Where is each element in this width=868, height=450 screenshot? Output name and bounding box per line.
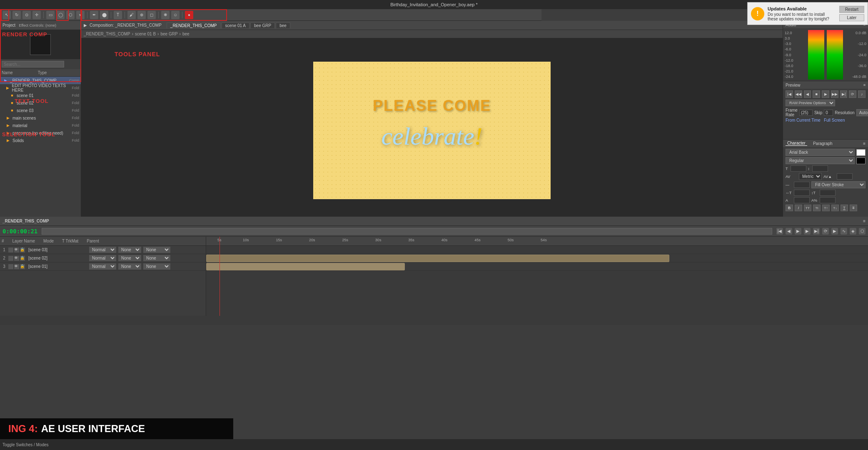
stop-btn[interactable]: ■	[813, 90, 820, 98]
resolution-dropdown[interactable]: Auto	[856, 109, 868, 116]
full-screen-link[interactable]: Full Screen	[824, 118, 845, 122]
char-menu-icon[interactable]: ≡	[863, 141, 866, 146]
playhead[interactable]	[219, 237, 220, 316]
clip-scene02[interactable]	[206, 255, 669, 262]
project-item-edit[interactable]: ▶ EDIT PHOTO VIDEO TEXTS HERE Fold	[0, 84, 81, 92]
layer-lock-3[interactable]: 🔒	[20, 264, 25, 269]
star-tool-btn[interactable]: ★	[76, 11, 85, 19]
trkmat-select-1[interactable]: None	[118, 247, 141, 253]
leading-input[interactable]: 70 px	[812, 165, 828, 172]
play-back-btn[interactable]: ◀	[804, 90, 811, 98]
tl-fwd-btn[interactable]: ▶	[804, 228, 811, 235]
layer-vis-3[interactable]: 👁	[14, 264, 19, 269]
comp-tab-1[interactable]: scene 01 A	[222, 22, 249, 28]
layer-solo-1[interactable]	[8, 248, 13, 252]
puppet-tool-btn[interactable]: ☺	[171, 11, 180, 19]
tl-play-btn[interactable]: ▶	[795, 228, 801, 235]
trkmat-select-3[interactable]: None	[118, 263, 141, 270]
super-btn[interactable]: T↑	[822, 205, 830, 211]
project-search-input[interactable]	[2, 61, 64, 68]
audio-btn[interactable]: ♪	[858, 90, 866, 98]
layer-solo-3[interactable]	[8, 264, 13, 269]
italic-btn[interactable]: I	[795, 205, 802, 211]
project-item-scene03[interactable]: ■ scene 03 Fold	[0, 107, 81, 114]
font-name-select[interactable]: Arial Back	[786, 149, 855, 156]
font-size-input[interactable]: 62 px	[791, 165, 806, 172]
selection-tool-btn[interactable]: ↖	[2, 11, 11, 19]
bold-btn[interactable]: B	[786, 205, 793, 211]
rotation-tool-btn[interactable]: ↻	[12, 11, 21, 19]
anchor-tool-btn[interactable]: ✛	[32, 11, 41, 19]
comp-tab-0[interactable]: _RENDER_THIS_COMP	[167, 22, 221, 28]
horiz-scale-input[interactable]: 100 %	[794, 190, 810, 196]
project-item-solids[interactable]: ▶ Solids Fold	[0, 137, 81, 144]
step-fwd-btn[interactable]: ▶▶	[831, 90, 838, 98]
tl-mask-btn[interactable]: ◈	[850, 228, 856, 235]
layer-vis-2[interactable]: 👁	[14, 256, 19, 261]
tl-ram-btn[interactable]: ▶	[831, 228, 838, 235]
from-current-link[interactable]: From Current Time	[786, 118, 821, 122]
frame-rate-input[interactable]	[799, 110, 813, 116]
tl-last-btn[interactable]: ▶|	[813, 228, 820, 235]
vert-scale-input[interactable]: 100 %	[820, 190, 836, 196]
tracking-input[interactable]: -22	[837, 173, 853, 180]
comp-tab-2[interactable]: bee GRP	[250, 22, 275, 28]
ram-preview-dropdown[interactable]: RAM Preview Options	[786, 100, 835, 106]
small-caps-btn[interactable]: Tt	[813, 205, 821, 211]
mask-feather-btn[interactable]: ⬤	[100, 11, 108, 19]
to-end-btn[interactable]: ▶|	[840, 90, 848, 98]
baseline-input[interactable]: 0 px	[794, 197, 810, 203]
effect-controls-label[interactable]: Effect Controls: (none)	[19, 23, 56, 28]
project-item-material[interactable]: ▶ material Fold	[0, 122, 81, 129]
poly-tool-btn[interactable]: ⬡	[66, 11, 75, 19]
mode-select-2[interactable]: Normal	[89, 255, 116, 261]
paragraph-tab[interactable]: Paragraph	[811, 141, 834, 146]
project-item-scene02[interactable]: ■ scene 02 Fold	[0, 99, 81, 107]
fill-color-box[interactable]	[856, 149, 866, 156]
all-caps-btn[interactable]: TT	[804, 205, 811, 211]
tl-back-btn[interactable]: ◀	[786, 228, 792, 235]
strikethrough-btn[interactable]: T	[850, 205, 857, 211]
timeline-menu-icon[interactable]: ≡	[863, 219, 866, 223]
parent-select-1[interactable]: None	[143, 247, 170, 253]
later-button[interactable]: Later	[839, 14, 864, 21]
clone-tool-btn[interactable]: ⊕	[137, 11, 146, 19]
font-style-select[interactable]: Regular	[786, 157, 855, 164]
roto-tool-btn[interactable]: ❋	[161, 11, 170, 19]
project-tab-label[interactable]: Project	[2, 23, 15, 28]
project-item-scene01[interactable]: ■ scene 01 Fold	[0, 92, 81, 99]
current-time-display[interactable]: 0:00:00:21	[2, 228, 37, 235]
layer-vis-1[interactable]: 👁	[14, 248, 19, 252]
stroke-type-select[interactable]: Fill Over Stroke	[811, 181, 866, 188]
tl-graph-btn[interactable]: ∿	[841, 228, 847, 235]
clip-scene01[interactable]	[206, 263, 405, 270]
layer-solo-2[interactable]	[8, 256, 13, 261]
pen-tool-btn[interactable]: ✒	[90, 11, 98, 19]
parent-select-3[interactable]: None	[143, 263, 170, 270]
stroke-input[interactable]: 0 px	[794, 182, 810, 188]
preview-menu-icon[interactable]: ≡	[863, 83, 866, 87]
trkmat-select-2[interactable]: None	[118, 255, 141, 261]
play-btn[interactable]: ▶	[822, 90, 829, 98]
loop-btn[interactable]: ⟳	[849, 90, 856, 98]
toggle-switches-label[interactable]: Toggle Switches / Modes	[2, 442, 49, 447]
record-btn[interactable]: ●	[185, 11, 193, 19]
comp-tab-3[interactable]: bee	[276, 22, 290, 28]
layer-lock-1[interactable]: 🔒	[20, 248, 25, 252]
stroke-color-box[interactable]	[856, 158, 866, 164]
step-back-btn[interactable]: ◀◀	[795, 90, 802, 98]
breadcrumb-3[interactable]: bee	[182, 32, 190, 36]
tl-loop-btn[interactable]: ⟳	[822, 228, 829, 235]
timeline-search[interactable]	[42, 228, 772, 235]
mode-select-1[interactable]: Normal	[89, 247, 116, 253]
tsume-input[interactable]: 0 %	[820, 197, 836, 203]
breadcrumb-0[interactable]: _RENDER_THIS_COMP	[84, 32, 130, 36]
character-tab[interactable]: Character	[786, 141, 807, 146]
ellipse-tool-btn[interactable]: ◯	[56, 11, 65, 19]
brush-tool-btn[interactable]: 🖌	[127, 11, 136, 19]
sub-btn[interactable]: T↓	[831, 205, 839, 211]
tl-first-btn[interactable]: |◀	[776, 228, 783, 235]
mode-select-3[interactable]: Normal	[89, 263, 116, 270]
text-tool-btn[interactable]: T	[114, 11, 122, 19]
kerning-select[interactable]: Metrics	[799, 173, 822, 180]
